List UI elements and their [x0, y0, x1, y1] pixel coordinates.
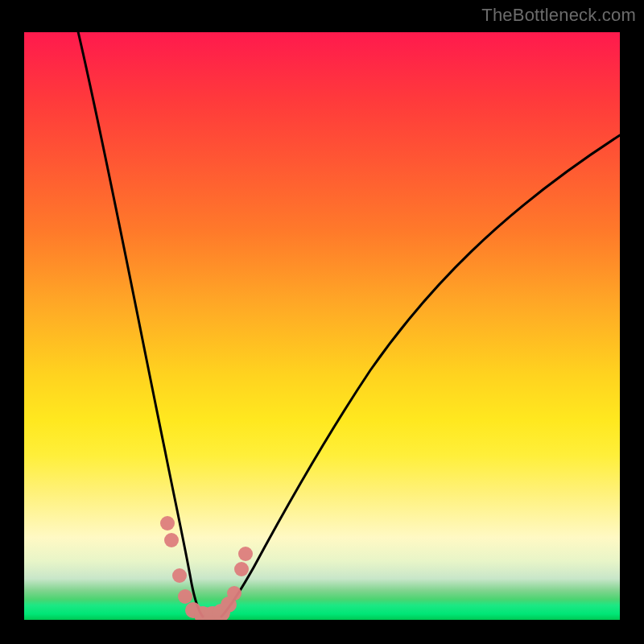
valley-markers	[160, 516, 253, 620]
svg-point-11	[238, 547, 253, 561]
svg-point-9	[227, 586, 242, 601]
chart-frame: TheBottleneck.com	[0, 0, 644, 644]
svg-point-2	[172, 568, 187, 583]
curve-layer	[24, 32, 620, 620]
bottleneck-curve-right	[221, 135, 620, 617]
svg-point-10	[234, 562, 249, 576]
svg-point-0	[160, 516, 175, 530]
bottleneck-curve-left	[77, 32, 203, 617]
watermark-text: TheBottleneck.com	[481, 5, 636, 26]
svg-point-3	[178, 589, 192, 604]
plot-area	[24, 32, 620, 620]
svg-point-1	[164, 533, 179, 547]
